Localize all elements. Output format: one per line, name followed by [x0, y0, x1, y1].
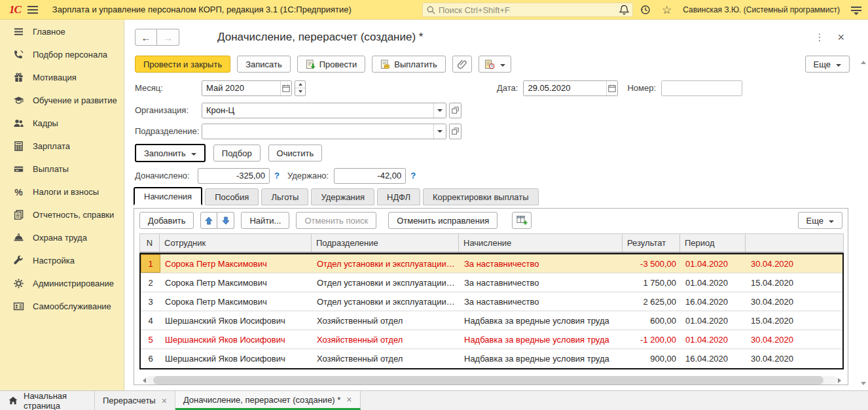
col-department[interactable]: Подразделение	[312, 234, 459, 252]
horizontal-scrollbar[interactable]	[139, 375, 844, 386]
main-menu-icon[interactable]	[27, 6, 38, 14]
month-stepper[interactable]	[295, 80, 306, 96]
col-result[interactable]: Результат	[623, 234, 680, 252]
withheld-input[interactable]	[335, 169, 405, 183]
calendar-icon[interactable]	[606, 81, 617, 95]
find-button[interactable]: Найти...	[241, 212, 289, 229]
fill-button[interactable]: Заполнить	[135, 144, 206, 162]
accrued-input[interactable]	[198, 169, 269, 183]
form-menu-icon[interactable]: ⋮	[814, 31, 824, 43]
accrued-help-icon[interactable]: ?	[274, 171, 280, 180]
search-input[interactable]	[439, 5, 628, 15]
tab-deductions[interactable]: Удержания	[311, 188, 374, 205]
home-page-tab[interactable]: Начальная страница	[0, 391, 95, 410]
col-period[interactable]: Период	[680, 234, 746, 252]
col-n[interactable]: N	[140, 234, 160, 252]
cell-n: 5	[141, 330, 160, 349]
scroll-left-icon[interactable]	[139, 375, 146, 386]
favorites-star-icon[interactable]: ☆	[662, 5, 672, 16]
accrued-field[interactable]	[198, 168, 270, 184]
tab-benefits[interactable]: Пособия	[205, 188, 259, 205]
global-search[interactable]	[422, 3, 633, 17]
move-up-button[interactable]	[200, 212, 217, 229]
table-row[interactable]: 5 Шершанский Яков Иосифович Хозяйственны…	[141, 330, 842, 349]
combo-dropdown-icon[interactable]	[433, 103, 446, 118]
sidebar-item-main[interactable]: Главное	[0, 20, 124, 43]
month-field[interactable]	[202, 80, 292, 96]
tab-privileges[interactable]: Льготы	[261, 188, 308, 205]
post-button[interactable]: Провести	[297, 56, 366, 73]
accruals-table: N Сотрудник Подразделение Начисление Рез…	[139, 233, 844, 369]
sidebar-item-hr[interactable]: Кадры	[0, 112, 124, 135]
col-accrual[interactable]: Начисление	[459, 234, 623, 252]
post-and-close-button[interactable]: Провести и закрыть	[135, 56, 230, 73]
department-input[interactable]	[202, 124, 433, 139]
table-row[interactable]: 6 Шершанский Яков Иосифович Хозяйственны…	[141, 349, 842, 368]
cancel-search-button[interactable]: Отменить поиск	[296, 212, 376, 229]
table-row[interactable]: 1 Сорока Петр Максимович Отдел установки…	[141, 254, 842, 273]
save-button[interactable]: Записать	[237, 56, 291, 73]
month-input[interactable]	[202, 81, 280, 95]
history-icon[interactable]	[640, 5, 651, 15]
month-label: Месяц:	[135, 83, 202, 93]
sidebar-item-salary[interactable]: Зарплата	[0, 135, 124, 158]
number-field[interactable]	[661, 80, 742, 96]
table-row[interactable]: 2 Сорока Петр Максимович Отдел установки…	[141, 273, 842, 292]
department-open-icon[interactable]	[449, 124, 461, 139]
sidebar-item-administration[interactable]: Администрирование	[0, 272, 124, 295]
sidebar-item-settings[interactable]: Настройка	[0, 249, 124, 272]
table-row[interactable]: 3 Сорока Петр Максимович Отдел установки…	[141, 292, 842, 311]
organization-input[interactable]	[202, 103, 433, 118]
sidebar-item-self-service[interactable]: Самообслуживание	[0, 295, 124, 318]
calendar-icon[interactable]	[280, 81, 291, 95]
add-column-button[interactable]	[512, 212, 532, 229]
table-row[interactable]: 4 Шершанский Яков Иосифович Хозяйственны…	[141, 311, 842, 330]
grid-more-button[interactable]: Еще	[798, 212, 842, 229]
window-tab-recalculations[interactable]: Перерасчеты ×	[95, 391, 175, 410]
close-tab-icon[interactable]: ×	[346, 395, 352, 404]
tab-accruals[interactable]: Начисления	[134, 187, 202, 205]
hscroll-thumb[interactable]	[153, 376, 823, 384]
withheld-field[interactable]	[334, 168, 406, 184]
form-close-icon[interactable]: ×	[837, 31, 844, 43]
window-tab-additional-accrual[interactable]: Доначисление, перерасчет (создание) * ×	[175, 391, 361, 410]
cell-result: -1 200,00	[623, 330, 681, 349]
tab-ndfl[interactable]: НДФЛ	[377, 188, 420, 205]
sidebar-item-reports[interactable]: Отчетность, справки	[0, 203, 124, 226]
close-tab-icon[interactable]: ×	[162, 396, 167, 405]
nav-back-button[interactable]: ←	[135, 29, 157, 46]
scroll-right-icon[interactable]	[837, 375, 844, 386]
date-field[interactable]	[523, 80, 618, 96]
date-input[interactable]	[524, 81, 606, 95]
sidebar-item-labor-safety[interactable]: Охрана труда	[0, 226, 124, 249]
organization-open-icon[interactable]	[449, 103, 461, 118]
sidebar-item-recruiting[interactable]: Подбор персонала	[0, 43, 124, 66]
sidebar-item-payments[interactable]: Выплаты	[0, 158, 124, 180]
attachments-button[interactable]	[452, 56, 472, 73]
cancel-corrections-button[interactable]: Отменить исправления	[388, 212, 497, 229]
service-menu-icon[interactable]	[851, 5, 861, 14]
sidebar-item-taxes[interactable]: % Налоги и взносы	[0, 180, 124, 203]
create-based-on-button[interactable]	[479, 56, 511, 73]
department-field[interactable]	[202, 124, 446, 139]
nav-forward-button[interactable]: →	[157, 29, 179, 46]
vertical-scrollbar[interactable]	[860, 58, 867, 388]
sidebar-item-motivation[interactable]: Мотивация	[0, 66, 124, 89]
add-row-button[interactable]: Добавить	[139, 212, 194, 229]
scroll-down-icon[interactable]	[860, 381, 867, 388]
pick-button[interactable]: Подбор	[213, 145, 261, 162]
form-more-button[interactable]: Еще	[805, 56, 850, 73]
number-input[interactable]	[662, 81, 742, 95]
pay-button[interactable]: Выплатить	[372, 56, 446, 73]
sidebar-item-training[interactable]: Обучение и развитие	[0, 89, 124, 112]
clear-button[interactable]: Очистить	[268, 145, 323, 162]
col-employee[interactable]: Сотрудник	[160, 234, 312, 252]
tab-payment-adjustments[interactable]: Корректировки выплаты	[423, 188, 539, 205]
notifications-bell-icon[interactable]	[619, 5, 629, 15]
organization-field[interactable]	[202, 103, 446, 118]
move-down-button[interactable]	[217, 212, 234, 229]
scroll-up-icon[interactable]	[860, 58, 867, 64]
current-user[interactable]: Савинская З.Ю. (Системный программист)	[683, 5, 840, 14]
withheld-help-icon[interactable]: ?	[410, 171, 416, 180]
combo-dropdown-icon[interactable]	[433, 124, 446, 139]
